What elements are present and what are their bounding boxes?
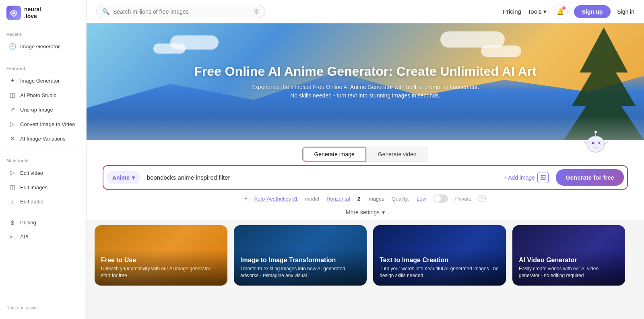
- star-icon: ✦: [9, 77, 16, 84]
- notification-bell[interactable]: 🔔: [553, 4, 568, 19]
- app-wrapper: neural .love Recent 🕐 Image Generator Fe…: [0, 0, 644, 319]
- divider-3: [0, 212, 86, 212]
- play-icon: ▷: [9, 169, 16, 176]
- hero-title: Free Online AI Anime Generator: Create U…: [186, 64, 545, 79]
- feature-cards: Free to Use Unleash your creativity with…: [87, 220, 644, 290]
- private-toggle[interactable]: [433, 195, 448, 203]
- signup-button[interactable]: Sign up: [574, 5, 611, 18]
- clock-icon: 🕐: [9, 43, 16, 50]
- more-settings[interactable]: More settings ▾: [103, 206, 628, 220]
- chevron-down-icon: ▾: [543, 8, 547, 15]
- nav-tools-label: Tools: [528, 8, 542, 15]
- sidebar-label: Edit audio: [20, 199, 43, 205]
- private-label: Private: [455, 196, 471, 202]
- card-desc-3: Turn your words into beautiful AI-genera…: [380, 265, 500, 279]
- quality-value[interactable]: Low: [417, 196, 426, 202]
- divider-2: [0, 149, 86, 149]
- card-content-2: Image to Image Transformation Transform …: [234, 250, 367, 286]
- search-icon: 🔍: [102, 8, 110, 15]
- hero-cloud-3: [440, 31, 505, 48]
- add-image-icon: 🖼: [537, 172, 549, 183]
- hero-cloud-2: [153, 44, 186, 54]
- feature-card-text-to-image[interactable]: Text to Image Creation Turn your words i…: [373, 225, 506, 286]
- quality-label: Quality:: [392, 196, 409, 202]
- rate-service: Rate our service:: [0, 301, 86, 314]
- sidebar-item-ai-image-variations[interactable]: ✕ AI Image Variations: [2, 132, 84, 145]
- sidebar-label: Image Generator: [20, 78, 60, 84]
- add-image-label: + Add image: [504, 174, 535, 181]
- variations-icon: ✕: [9, 135, 16, 142]
- help-icon[interactable]: ?: [479, 195, 486, 202]
- sidebar-item-api[interactable]: >_ API: [2, 230, 84, 243]
- hero-subtitle: Experience the simplest Free Online AI A…: [252, 83, 479, 100]
- model-suffix: model: [305, 196, 319, 202]
- sidebar-item-edit-audio[interactable]: ♪ Edit audio: [2, 195, 84, 208]
- model-link[interactable]: Auto-Aesthetics v1: [254, 196, 297, 202]
- card-title-2: Image to Image Transformation: [240, 257, 360, 264]
- card-title-1: Free to Use: [101, 257, 221, 264]
- logo-text: neural .love: [24, 6, 41, 20]
- sidebar-label: Edit images: [20, 184, 47, 191]
- card-content-3: Text to Image Creation Turn your words i…: [373, 250, 506, 286]
- sidebar-label: Edit video: [20, 170, 43, 176]
- card-desc-1: Unleash your creativity with our AI imag…: [101, 265, 221, 279]
- main-content: 🔍 ⚙ Pricing Tools ▾ 🔔 Sign up Sign in: [87, 0, 644, 319]
- tab-row: Generate image Generate video: [103, 147, 628, 162]
- tab-generate-video[interactable]: Generate video: [366, 147, 428, 162]
- sidebar-label: API: [20, 234, 29, 240]
- logo-line1: neural: [24, 6, 41, 13]
- tab-generate-image[interactable]: Generate image: [302, 147, 366, 162]
- add-image-button[interactable]: + Add image 🖼: [500, 170, 553, 186]
- expand-icon: ↗: [9, 106, 16, 113]
- search-bar[interactable]: 🔍 ⚙: [96, 5, 265, 18]
- filter-icon[interactable]: ⚙: [254, 8, 259, 15]
- model-dot: •: [245, 195, 247, 202]
- sidebar-item-convert-image-to-video[interactable]: ▷ Convert Image to Video: [2, 117, 84, 131]
- sidebar-label: Convert Image to Video: [20, 121, 75, 127]
- feature-card-image-to-image[interactable]: Image to Image Transformation Transform …: [234, 225, 367, 286]
- card-title-3: Text to Image Creation: [380, 257, 500, 264]
- notification-dot: [562, 6, 566, 10]
- sidebar-item-edit-images[interactable]: ◫ Edit images: [2, 180, 84, 194]
- generate-button[interactable]: Generate for free: [556, 169, 624, 186]
- nav-tools[interactable]: Tools ▾: [528, 8, 547, 15]
- sidebar-item-image-generator-featured[interactable]: ✦ Image Generator: [2, 74, 84, 87]
- divider-1: [0, 57, 86, 57]
- chevron-down-icon: ▾: [132, 174, 135, 181]
- hero-section: Free Online AI Anime Generator: Create U…: [87, 23, 644, 140]
- card-desc-4: Easily create videos with our AI video g…: [519, 265, 619, 279]
- section-recent-label: Recent: [0, 26, 86, 39]
- top-nav: 🔍 ⚙ Pricing Tools ▾ 🔔 Sign up Sign in: [87, 0, 644, 23]
- dollar-icon: $: [9, 219, 16, 226]
- style-selector[interactable]: Anime ▾: [107, 171, 140, 184]
- logo-icon: [6, 6, 21, 20]
- images-label: images: [367, 196, 384, 202]
- sidebar-item-ai-photo-studio[interactable]: ◫ AI Photo Studio: [2, 88, 84, 102]
- search-input[interactable]: [113, 8, 250, 15]
- images-count: 2: [357, 196, 360, 202]
- hero-cloud-4: [481, 46, 521, 57]
- api-icon: >_: [9, 233, 16, 240]
- orientation-link[interactable]: Horizontal: [326, 196, 350, 202]
- chevron-down-icon: ▾: [382, 209, 385, 215]
- sidebar-item-edit-video[interactable]: ▷ Edit video: [2, 166, 84, 180]
- grid-icon: ◫: [9, 91, 16, 99]
- nav-pricing[interactable]: Pricing: [503, 8, 521, 15]
- sidebar-item-pricing[interactable]: $ Pricing: [2, 216, 84, 229]
- feature-card-free-to-use[interactable]: Free to Use Unleash your creativity with…: [95, 225, 227, 286]
- sidebar-label: Pricing: [20, 220, 36, 226]
- generator-area: Generate image Generate video Anime ▾ + …: [87, 140, 644, 220]
- sidebar-label: AI Image Variations: [20, 136, 65, 142]
- card-content-1: Free to Use Unleash your creativity with…: [95, 250, 227, 286]
- sidebar-label: Uncrop Image: [20, 107, 53, 113]
- signin-button[interactable]: Sign in: [617, 8, 634, 15]
- feature-card-ai-video[interactable]: AI Video Generator Easily create videos …: [512, 225, 625, 286]
- logo[interactable]: neural .love: [0, 0, 86, 26]
- sidebar-item-uncrop-image[interactable]: ↗ Uncrop Image: [2, 103, 84, 116]
- card-content-4: AI Video Generator Easily create videos …: [512, 250, 625, 286]
- sidebar-item-image-generator-recent[interactable]: 🕐 Image Generator: [2, 39, 84, 53]
- prompt-input[interactable]: [144, 172, 496, 182]
- section-main-tools-label: Main tools: [0, 153, 86, 166]
- logo-line2: .love: [24, 13, 41, 20]
- video-icon: ▷: [9, 120, 16, 128]
